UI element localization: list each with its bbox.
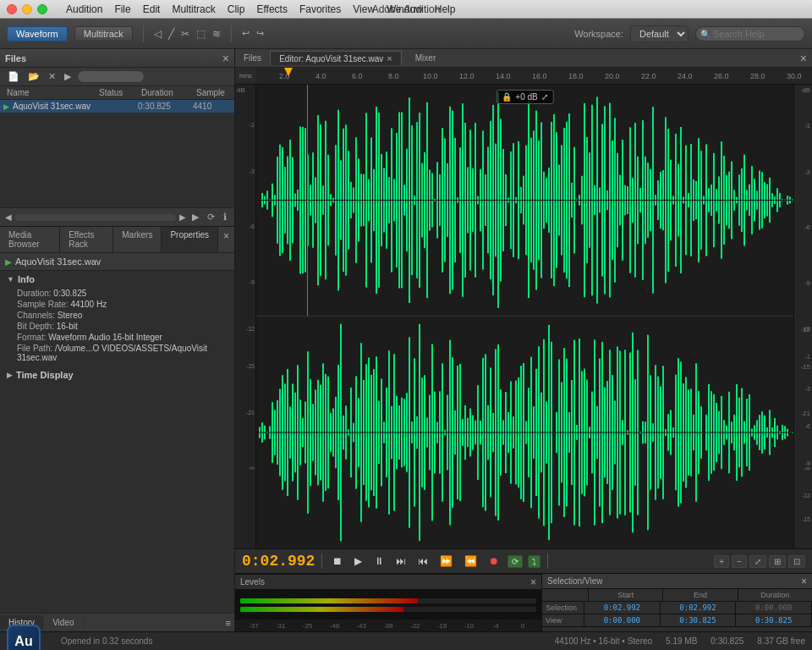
scroll-track[interactable] bbox=[15, 214, 176, 221]
transport-record-btn[interactable]: ⏺ bbox=[486, 554, 502, 569]
triangle-icon-2: ▶ bbox=[7, 371, 13, 379]
menu-clip[interactable]: Clip bbox=[222, 3, 250, 15]
transport-sep-1 bbox=[321, 554, 322, 569]
redo-icon[interactable]: ↪ bbox=[256, 28, 264, 39]
new-file-btn[interactable]: 📄 bbox=[5, 70, 22, 83]
properties-panel-close[interactable]: × bbox=[218, 227, 234, 252]
loop-toggle-btn[interactable]: ⟳ bbox=[508, 555, 523, 568]
zoom-full-btn[interactable]: ⊡ bbox=[788, 555, 805, 568]
mixer-tab[interactable]: Mixer bbox=[407, 52, 444, 64]
title-bar: Audition File Edit Multitrack Clip Effec… bbox=[0, 0, 812, 19]
transport-prev-btn[interactable]: ⏮ bbox=[414, 554, 431, 569]
time-30: 30.0 bbox=[787, 72, 802, 80]
menu-effects[interactable]: Effects bbox=[251, 3, 292, 15]
tool-icon-3[interactable]: ✂ bbox=[181, 28, 189, 40]
prop-info-header[interactable]: ▼ Info bbox=[7, 274, 228, 284]
status-bar: Au Opened in 0.32 seconds 44100 Hz • 16-… bbox=[0, 631, 812, 650]
transport-rwd-btn[interactable]: ⏪ bbox=[461, 554, 480, 569]
tab-video[interactable]: Video bbox=[44, 615, 83, 630]
scroll-left[interactable]: ◀ bbox=[5, 212, 12, 222]
menu-favorites[interactable]: Favorites bbox=[294, 3, 346, 15]
bottom-panel-menu[interactable]: ≡ bbox=[222, 618, 234, 628]
editor-tab[interactable]: Editor: AquoVisit 31sec.wav × bbox=[270, 51, 402, 65]
search-help-input[interactable] bbox=[695, 26, 805, 41]
play-btn-small[interactable]: ▶ bbox=[62, 70, 74, 83]
selection-close[interactable]: × bbox=[801, 576, 807, 587]
undo-icon[interactable]: ↩ bbox=[242, 28, 250, 39]
level-bar-track-1 bbox=[240, 598, 536, 603]
tab-markers[interactable]: Markers bbox=[113, 227, 162, 252]
sel-duration-selection[interactable]: 0:00.000 bbox=[736, 602, 812, 614]
auto-scroll-btn[interactable]: ⤵ bbox=[528, 555, 540, 568]
waveform-button[interactable]: Waveform bbox=[7, 26, 68, 41]
time-24: 24.0 bbox=[678, 72, 693, 80]
prop-time-header[interactable]: ▶ Time Display bbox=[7, 370, 228, 380]
files-empty-area bbox=[0, 154, 234, 208]
zoom-reset-btn[interactable]: ⊞ bbox=[769, 555, 786, 568]
tab-effects-rack[interactable]: Effects Rack bbox=[60, 227, 113, 252]
close-file-btn[interactable]: ✕ bbox=[46, 70, 58, 83]
transport-fwd-btn[interactable]: ⏩ bbox=[436, 554, 456, 569]
files-list: ▶ AquoVisit 31sec.wav 0:30.825 4410 bbox=[0, 100, 234, 154]
transport-stop-btn[interactable]: ⏹ bbox=[329, 554, 346, 569]
menu-file[interactable]: File bbox=[109, 3, 135, 15]
minimize-button[interactable] bbox=[22, 4, 32, 14]
selection-panel: Selection/View × Start End Duration Sele… bbox=[541, 574, 812, 631]
sel-duration-view[interactable]: 0:30.825 bbox=[736, 614, 812, 626]
open-file-btn[interactable]: 📂 bbox=[25, 70, 42, 83]
level-bar-fill-2 bbox=[240, 607, 403, 612]
files-label: Files bbox=[240, 53, 265, 63]
workspace-select[interactable]: Default bbox=[630, 25, 689, 42]
editor-tab-close[interactable]: × bbox=[387, 53, 392, 63]
tool-icon-5[interactable]: ≋ bbox=[212, 28, 221, 40]
levels-header: Levels × bbox=[235, 575, 541, 590]
sel-end-view[interactable]: 0:30.825 bbox=[661, 614, 737, 626]
selection-title: Selection/View bbox=[547, 576, 602, 586]
prop-samplerate-row: Sample Rate: 44100 Hz bbox=[7, 299, 228, 310]
menu-audition[interactable]: Audition bbox=[61, 3, 107, 15]
multitrack-button[interactable]: Multitrack bbox=[74, 26, 133, 41]
play-file-btn[interactable]: ▶ bbox=[189, 211, 201, 223]
level-bar-track-2 bbox=[240, 607, 536, 612]
waveform-display[interactable]: 🔒 +0 dB ⤢ L bbox=[256, 85, 793, 548]
file-duration: 0:30.825 bbox=[138, 102, 193, 111]
tool-icon-1[interactable]: ◁ bbox=[154, 28, 162, 40]
levels-title: Levels bbox=[240, 577, 265, 587]
view-row: View 0:00.000 0:30.825 0:30.825 bbox=[542, 614, 812, 627]
zoom-fit-btn[interactable]: ⤢ bbox=[749, 555, 766, 568]
prop-duration-row: Duration: 0:30.825 bbox=[7, 288, 228, 299]
transport-play-btn[interactable]: ▶ bbox=[351, 554, 365, 569]
tab-properties[interactable]: Properties bbox=[162, 227, 218, 252]
zoom-out-btn[interactable]: − bbox=[732, 555, 747, 568]
files-search-input[interactable] bbox=[77, 70, 145, 83]
levels-close[interactable]: × bbox=[530, 576, 536, 588]
list-item[interactable]: ▶ AquoVisit 31sec.wav 0:30.825 4410 bbox=[0, 100, 234, 113]
sel-start-view[interactable]: 0:00.000 bbox=[584, 614, 661, 626]
loop-file-btn[interactable]: ⟳ bbox=[205, 211, 217, 223]
transport-to-end-btn[interactable]: ⏭ bbox=[392, 554, 409, 569]
db-label-right-header: dB bbox=[802, 86, 810, 94]
maximize-button[interactable] bbox=[37, 4, 47, 14]
sel-end-selection[interactable]: 0:02.992 bbox=[661, 602, 737, 614]
files-panel-close[interactable]: × bbox=[222, 52, 229, 65]
prop-filepath-row: File Path: /Volume...O VIDEOS/ASSETS/Aqu… bbox=[7, 343, 228, 363]
sel-start-selection[interactable]: 0:02.992 bbox=[584, 602, 661, 614]
transport-pause-btn[interactable]: ⏸ bbox=[370, 554, 387, 569]
selection-col-headers: Start End Duration bbox=[542, 589, 812, 602]
zoom-in-btn[interactable]: + bbox=[714, 555, 729, 568]
level-bar-row-2 bbox=[240, 606, 536, 613]
menu-edit[interactable]: Edit bbox=[138, 3, 166, 15]
tab-media-browser[interactable]: Media Browser bbox=[0, 227, 60, 252]
scroll-right[interactable]: ▶ bbox=[179, 212, 186, 222]
sel-label-view: View bbox=[542, 614, 584, 626]
editor-panel-close[interactable]: × bbox=[800, 52, 807, 65]
info-file-btn[interactable]: ℹ bbox=[221, 211, 229, 223]
tool-icon-4[interactable]: ⬚ bbox=[196, 28, 206, 40]
close-button[interactable] bbox=[7, 4, 17, 14]
prop-channels-row: Channels: Stereo bbox=[7, 310, 228, 321]
menu-multitrack[interactable]: Multitrack bbox=[167, 3, 220, 15]
tool-icon-2[interactable]: ╱ bbox=[168, 28, 174, 40]
levels-scale: -37 -31 -25 -48 -43 -38 -22 -16 -10 -4 0 bbox=[235, 620, 541, 631]
workspace-label: Workspace: bbox=[574, 29, 623, 39]
prop-file-name: AquoVisit 31sec.wav bbox=[15, 256, 101, 267]
